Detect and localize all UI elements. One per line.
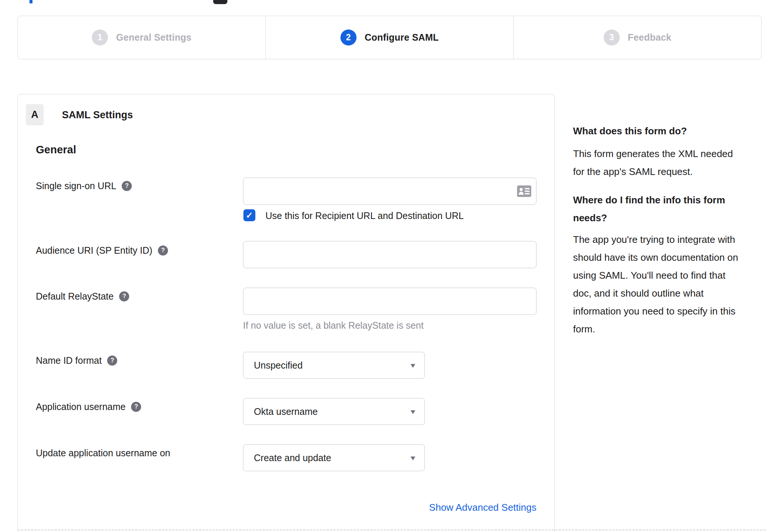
name-id-format-value: Unspecified xyxy=(254,360,411,371)
show-advanced-settings-link[interactable]: Show Advanced Settings xyxy=(429,502,536,513)
help-icon[interactable]: ? xyxy=(119,291,129,301)
help-icon[interactable]: ? xyxy=(131,402,141,412)
recipient-url-checkbox[interactable]: ✓ xyxy=(243,209,255,221)
name-id-format-label-row: Name ID format ? xyxy=(36,355,117,366)
name-id-format-label: Name ID format xyxy=(36,355,102,366)
step-configure-saml[interactable]: 2 Configure SAML xyxy=(265,16,513,59)
step-label: Configure SAML xyxy=(365,32,439,43)
application-username-label-row: Application username ? xyxy=(36,401,141,412)
step-label: Feedback xyxy=(628,32,672,43)
recipient-url-checkbox-label: Use this for Recipient URL and Destinati… xyxy=(265,210,464,221)
checkmark-icon: ✓ xyxy=(246,210,253,220)
help-icon[interactable]: ? xyxy=(107,356,117,366)
sidebar-question-2-title: Where do I find the info this form needs… xyxy=(573,191,769,227)
update-app-username-value: Create and update xyxy=(254,453,411,463)
saml-settings-panel: A SAML Settings General Single sign-on U… xyxy=(18,94,555,532)
chevron-down-icon: ▾ xyxy=(411,361,416,370)
chevron-down-icon: ▾ xyxy=(411,407,416,416)
name-id-format-select[interactable]: Unspecified ▾ xyxy=(243,352,425,379)
chevron-down-icon: ▾ xyxy=(411,453,416,462)
step-number-badge: 1 xyxy=(92,29,108,46)
update-app-username-label-row: Update application username on xyxy=(36,448,170,458)
sidebar-question-1-body: This form generates the XML needed for t… xyxy=(573,145,769,181)
application-username-label: Application username xyxy=(36,401,125,412)
relay-state-label: Default RelayState xyxy=(36,291,113,302)
sso-url-input[interactable] xyxy=(243,178,536,205)
sidebar-question-1-title: What does this form do? xyxy=(573,122,769,140)
general-group-heading: General xyxy=(36,144,76,156)
relay-state-input[interactable] xyxy=(243,288,536,315)
section-dashed-divider xyxy=(18,529,766,531)
audience-uri-input[interactable] xyxy=(243,241,536,268)
step-label: General Settings xyxy=(116,32,192,43)
sidebar-question-2-body: The app you're trying to integrate with … xyxy=(573,231,769,338)
sso-url-label: Single sign-on URL xyxy=(36,181,116,191)
step-general-settings[interactable]: 1 General Settings xyxy=(18,16,265,59)
application-username-select[interactable]: Okta username ▾ xyxy=(243,398,425,425)
header-button-fragment xyxy=(213,0,227,4)
audience-uri-label: Audience URI (SP Entity ID) xyxy=(36,245,152,256)
relay-state-label-row: Default RelayState ? xyxy=(36,291,129,301)
application-username-value: Okta username xyxy=(254,406,411,417)
update-app-username-label: Update application username on xyxy=(36,448,170,459)
section-title: SAML Settings xyxy=(62,109,133,121)
step-number-badge: 2 xyxy=(340,29,357,46)
wizard-stepper: 1 General Settings 2 Configure SAML 3 Fe… xyxy=(18,16,762,59)
sso-url-label-row: Single sign-on URL ? xyxy=(36,181,132,191)
step-number-badge: 3 xyxy=(604,29,620,46)
help-icon[interactable]: ? xyxy=(158,245,168,256)
section-a-badge: A xyxy=(26,104,44,125)
step-feedback[interactable]: 3 Feedback xyxy=(513,16,761,59)
relay-state-hint: If no value is set, a blank RelayState i… xyxy=(243,320,424,331)
update-app-username-select[interactable]: Create and update ▾ xyxy=(243,444,425,471)
help-icon[interactable]: ? xyxy=(122,181,132,191)
logo-fragment xyxy=(29,0,32,3)
contact-card-icon xyxy=(517,185,531,197)
audience-uri-label-row: Audience URI (SP Entity ID) ? xyxy=(36,245,168,256)
